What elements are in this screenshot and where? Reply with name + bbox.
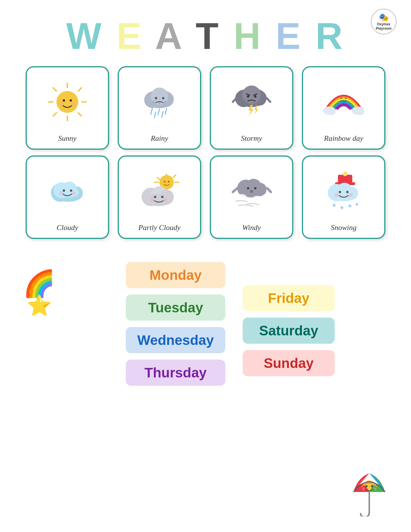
svg-text:❄: ❄ <box>348 204 352 208</box>
svg-point-71 <box>144 193 173 206</box>
svg-text:❄: ❄ <box>332 203 336 208</box>
svg-point-87 <box>250 190 253 193</box>
svg-line-32 <box>267 98 270 102</box>
svg-point-72 <box>154 196 156 198</box>
svg-text:❄: ❄ <box>340 205 344 210</box>
title-letter-w: W <box>66 15 104 57</box>
svg-point-34 <box>254 95 256 98</box>
svg-point-98 <box>349 193 353 197</box>
card-rainy-label: Rainy <box>151 134 168 143</box>
card-windy: Windy <box>210 155 293 239</box>
logo: 🎭 OxymaxPlayroom <box>371 9 397 35</box>
title-section: W E A T H E R <box>0 0 411 66</box>
day-wednesday[interactable]: Wednesday <box>126 327 225 353</box>
card-partly-cloudy-icon <box>119 162 200 220</box>
svg-line-25 <box>154 112 156 118</box>
svg-point-67 <box>168 181 170 183</box>
title-letter-e2: E <box>275 15 303 57</box>
svg-point-95 <box>339 191 341 193</box>
svg-point-56 <box>70 189 72 192</box>
card-partly-cloudy-label: Partly Cloudy <box>138 223 181 232</box>
card-stormy-icon <box>211 73 292 131</box>
day-monday[interactable]: Monday <box>126 262 225 288</box>
svg-point-104 <box>365 485 368 487</box>
svg-line-26 <box>162 111 163 117</box>
svg-line-62 <box>173 175 176 177</box>
svg-point-86 <box>253 196 262 201</box>
umbrella-area <box>351 470 388 518</box>
day-tuesday[interactable]: Tuesday <box>126 294 225 321</box>
logo-text: OxymaxPlayroom <box>376 22 392 31</box>
card-snowing-icon: ❄ ❄ ❄ ❄ <box>303 162 384 220</box>
svg-point-45 <box>356 107 364 115</box>
day-thursday[interactable]: Thursday <box>126 360 225 386</box>
cards-section: Sunny <box>0 66 411 239</box>
days-columns: Monday Tuesday Wednesday Thursday Friday… <box>73 262 388 386</box>
card-windy-icon <box>211 162 292 220</box>
svg-point-106 <box>362 487 365 490</box>
card-stormy: Stormy <box>210 66 293 150</box>
svg-point-55 <box>63 189 65 192</box>
card-windy-label: Windy <box>242 223 261 232</box>
card-cloudy-label: Cloudy <box>56 223 78 232</box>
svg-line-6 <box>78 88 81 91</box>
svg-line-23 <box>158 109 159 115</box>
card-rainbow: Rainbow day <box>302 66 385 150</box>
card-sunny-label: Sunny <box>58 134 77 143</box>
card-cloudy-icon <box>27 162 108 220</box>
svg-point-74 <box>150 197 154 202</box>
svg-point-19 <box>153 100 155 103</box>
logo-emoji: 🎭 <box>379 13 389 22</box>
day-saturday[interactable]: Saturday <box>243 318 335 344</box>
svg-point-18 <box>162 97 164 99</box>
day-sunday[interactable]: Sunday <box>243 350 335 376</box>
cards-row-1: Sunny <box>26 66 385 150</box>
svg-point-75 <box>163 197 167 202</box>
title-letter-r: R <box>315 15 345 57</box>
svg-point-10 <box>70 99 72 102</box>
card-partly-cloudy: Partly Cloudy <box>118 155 201 239</box>
card-rainy-icon <box>119 73 200 131</box>
svg-point-66 <box>164 181 165 183</box>
svg-point-17 <box>155 97 157 99</box>
days-col-2: Friday Saturday Sunday <box>243 262 335 386</box>
card-sunny-icon <box>27 73 108 131</box>
svg-point-33 <box>247 95 249 98</box>
svg-point-42 <box>328 107 336 115</box>
svg-marker-38 <box>254 106 258 114</box>
title-letter-t: T <box>196 15 221 57</box>
card-rainy: Rainy <box>118 66 201 150</box>
svg-line-4 <box>53 88 56 91</box>
svg-point-20 <box>159 102 160 105</box>
title-letter-h: H <box>233 15 263 57</box>
card-rainbow-icon <box>303 73 384 131</box>
svg-line-5 <box>78 113 81 116</box>
card-sunny: Sunny <box>26 66 109 150</box>
day-friday[interactable]: Friday <box>243 285 335 311</box>
umbrella-icon <box>351 470 388 516</box>
days-section: 🌈 ⭐ Monday Tuesday Wednesday Thursday Fr… <box>0 256 411 392</box>
svg-point-94 <box>330 190 357 201</box>
svg-line-81 <box>267 188 271 192</box>
svg-point-30 <box>242 86 261 104</box>
svg-point-96 <box>346 191 349 193</box>
svg-point-21 <box>164 100 166 103</box>
svg-line-61 <box>157 177 160 180</box>
svg-point-9 <box>63 99 65 102</box>
shooting-star-area: 🌈 ⭐ <box>23 262 55 317</box>
svg-point-46 <box>340 97 342 99</box>
svg-point-58 <box>72 191 76 195</box>
cards-row-2: Cloudy <box>26 155 385 239</box>
card-snowing-label: Snowing <box>331 223 357 232</box>
svg-point-97 <box>334 193 338 197</box>
svg-line-22 <box>151 109 152 114</box>
weather-title: W E A T H E R <box>0 17 411 55</box>
svg-point-82 <box>247 187 249 189</box>
svg-point-107 <box>374 487 376 490</box>
days-col-1: Monday Tuesday Wednesday Thursday <box>126 262 225 386</box>
svg-point-8 <box>56 91 78 113</box>
svg-point-83 <box>254 187 256 189</box>
svg-point-57 <box>59 191 63 195</box>
svg-line-80 <box>233 188 237 192</box>
title-letter-a: A <box>155 15 183 57</box>
